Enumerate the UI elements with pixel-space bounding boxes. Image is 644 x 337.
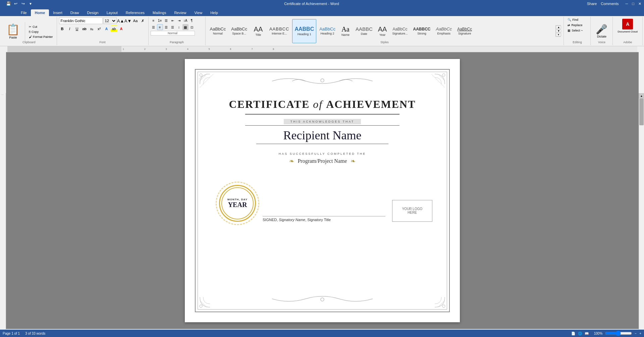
copy-button[interactable]: ⎘ Copy: [27, 29, 55, 34]
style-intense-e[interactable]: AABBCC Intense E...: [267, 19, 291, 43]
zoom-out-button[interactable]: −: [635, 332, 637, 335]
vertical-scrollbar[interactable]: ▲ ▼: [639, 93, 644, 337]
styles-group-label: Styles: [206, 41, 564, 45]
bold-button[interactable]: B: [59, 25, 66, 32]
change-case-button[interactable]: Aa: [132, 17, 139, 24]
zoom-slider[interactable]: [605, 331, 632, 336]
style-year-preview: AA: [378, 26, 387, 32]
superscript-button[interactable]: x²: [96, 25, 103, 32]
style-year[interactable]: AA Year: [376, 19, 389, 43]
styles-scroll-up[interactable]: ▲: [556, 25, 561, 29]
align-right-button[interactable]: ☰: [163, 24, 169, 30]
tab-mailings[interactable]: Mailings: [149, 9, 170, 16]
scroll-up-button[interactable]: ▲: [639, 93, 644, 98]
align-center-button[interactable]: ≡: [157, 24, 163, 30]
cert-title-part2: ACHIEVEMENT: [326, 98, 416, 110]
font-color-button[interactable]: A: [118, 25, 125, 32]
line-spacing-button[interactable]: ↕: [176, 24, 182, 30]
tab-references[interactable]: References: [122, 9, 149, 16]
numbering-button[interactable]: 1≡: [157, 17, 163, 23]
bullets-button[interactable]: ≡: [151, 17, 157, 23]
underline-button[interactable]: U: [74, 25, 80, 32]
style-heading2[interactable]: AaBbCc Heading 2: [317, 19, 338, 43]
tab-design[interactable]: Design: [83, 9, 102, 16]
sort-button[interactable]: ↕A: [182, 17, 189, 23]
style-name[interactable]: Aa Name: [338, 19, 353, 43]
style-signature-line[interactable]: AaBbCc Signature...: [390, 19, 410, 43]
tab-insert[interactable]: Insert: [49, 9, 66, 16]
style-emphasis-label: Emphasis: [437, 32, 451, 35]
style-signature[interactable]: AaBbCc Signature: [455, 19, 474, 43]
decrease-font-button[interactable]: A▼: [125, 17, 131, 24]
adobe-doc-cloud-button[interactable]: A Document Cloud: [615, 17, 640, 35]
tab-layout[interactable]: Layout: [103, 9, 122, 16]
svg-point-4: [321, 79, 324, 82]
font-size-select[interactable]: 12 14 16: [103, 17, 117, 24]
close-button[interactable]: ✕: [638, 2, 641, 6]
tab-view[interactable]: View: [190, 9, 206, 16]
paste-icon: 📋: [6, 23, 20, 36]
clear-formatting-button[interactable]: ✗: [140, 17, 146, 24]
style-normal[interactable]: AaBbCc Normal: [208, 19, 228, 43]
view-read-mode[interactable]: 📖: [585, 332, 589, 335]
document-area[interactable]: CERTIFICATE of ACHIEVEMENT THIS ACKNOWLE…: [6, 52, 639, 329]
cut-button[interactable]: ✂ Cut: [27, 24, 55, 29]
text-highlight-button[interactable]: ab: [111, 25, 117, 32]
vertical-ruler: |: [2, 94, 4, 95]
text-effects-button[interactable]: A: [103, 25, 110, 32]
format-painter-button[interactable]: 🖌 Format Painter: [27, 35, 55, 39]
subtitle-bottom-line: [245, 125, 399, 126]
strikethrough-button[interactable]: ab: [81, 25, 88, 32]
style-name-label: Name: [341, 33, 350, 37]
scroll-thumb[interactable]: [639, 98, 644, 125]
justify-button[interactable]: ☰: [170, 24, 176, 30]
style-date[interactable]: AABBC Date: [353, 19, 375, 43]
replace-button[interactable]: ⇄ Replace: [566, 23, 588, 27]
multilevel-list-button[interactable]: ☰: [163, 17, 169, 23]
paste-button[interactable]: 📋 Paste: [3, 22, 23, 40]
redo-qat-button[interactable]: ↪: [20, 1, 26, 7]
undo-qat-button[interactable]: ↩: [13, 1, 19, 7]
subscript-button[interactable]: x₂: [89, 25, 95, 32]
style-strong[interactable]: AABBCC Strong: [411, 19, 433, 43]
view-print-layout[interactable]: 📄: [571, 332, 575, 335]
customize-qat-button[interactable]: ▾: [28, 1, 34, 7]
tab-draw[interactable]: Draw: [66, 9, 83, 16]
tab-home[interactable]: Home: [31, 9, 49, 16]
font-name-input[interactable]: [59, 17, 103, 24]
minimize-button[interactable]: ─: [626, 2, 628, 6]
tab-review[interactable]: Review: [170, 9, 190, 16]
style-title[interactable]: AA Title: [250, 19, 266, 43]
increase-indent-button[interactable]: ⇥: [176, 17, 182, 23]
align-left-button[interactable]: ☰: [151, 24, 157, 30]
top-decoration: [272, 74, 373, 89]
select-button[interactable]: ▦ Select ~: [566, 28, 588, 33]
tab-help[interactable]: Help: [206, 9, 222, 16]
maximize-button[interactable]: □: [632, 2, 634, 6]
increase-font-button[interactable]: A▲: [117, 17, 124, 24]
style-space-b[interactable]: AaBbCc Space B...: [229, 19, 250, 43]
style-normal-label: Normal: [213, 32, 223, 35]
style-emphasis[interactable]: AaBbCc Emphasis: [433, 19, 454, 43]
italic-button[interactable]: I: [66, 25, 73, 32]
borders-button[interactable]: ⊡: [189, 24, 195, 30]
shading-button[interactable]: ▩: [182, 24, 189, 30]
style-heading1[interactable]: AABBC Heading 1: [292, 19, 316, 43]
decrease-indent-button[interactable]: ⇤: [170, 17, 176, 23]
share-button[interactable]: Share: [587, 2, 597, 6]
zoom-in-button[interactable]: +: [639, 332, 641, 335]
view-web-layout[interactable]: 🌐: [578, 332, 582, 335]
show-formatting-button[interactable]: ¶: [189, 17, 195, 23]
styles-more-button[interactable]: ▾: [556, 33, 561, 37]
style-title-preview: AA: [254, 26, 263, 32]
cert-title-italic: of: [313, 98, 323, 110]
tab-file[interactable]: File: [17, 9, 31, 16]
save-qat-button[interactable]: 💾: [5, 1, 11, 7]
comments-button[interactable]: Comments: [601, 2, 619, 6]
styles-scroll-down[interactable]: ▼: [556, 29, 561, 33]
cert-sig-text: SIGNED, Signatory Name, Signatory Title: [263, 218, 385, 222]
find-button[interactable]: 🔍 Find: [566, 17, 588, 22]
style-sigline-label: Signature...: [392, 32, 408, 35]
word-count: 3 of 33 words: [25, 332, 45, 335]
style-date-preview: AABBC: [356, 26, 373, 31]
